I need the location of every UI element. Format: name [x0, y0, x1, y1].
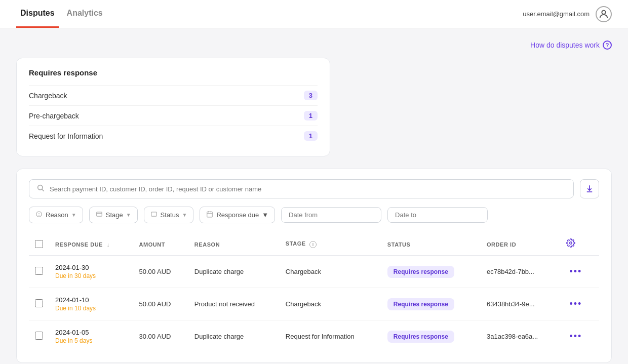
help-icon: ?	[603, 41, 612, 50]
table-row: 2024-01-10 Due in 10 days 50.00 AUD Prod…	[29, 288, 599, 320]
user-avatar[interactable]	[596, 6, 612, 22]
reason-chevron-icon: ▼	[71, 212, 76, 218]
filters-row: Reason ▼ Stage ▼ Status ▼	[29, 207, 599, 223]
help-link[interactable]: How do disputes work ?	[530, 41, 612, 50]
row-response-due-1: 2024-01-10 Due in 10 days	[49, 288, 133, 320]
row-checkbox-0[interactable]	[35, 267, 43, 275]
more-button-0[interactable]: •••	[566, 265, 585, 278]
svg-point-5	[39, 215, 40, 216]
search-icon	[36, 184, 45, 194]
status-filter-label: Status	[161, 211, 179, 219]
svg-rect-9	[207, 212, 213, 217]
row-more-2[interactable]: •••	[560, 320, 599, 353]
summary-label-prechargeback: Pre-chargeback	[29, 112, 79, 120]
row-amount-2: 30.00 AUD	[133, 320, 188, 353]
summary-label-rfi: Request for Information	[29, 132, 103, 140]
row-order-id-1: 63438hb34-9e...	[481, 288, 560, 320]
row-status-0: Requires response	[381, 256, 481, 288]
row-stage-0: Chargeback	[280, 256, 381, 288]
th-amount: Amount	[133, 233, 188, 256]
svg-line-2	[42, 189, 44, 191]
row-status-2: Requires response	[381, 320, 481, 353]
reason-filter[interactable]: Reason ▼	[29, 207, 83, 223]
row-order-id-2: 3a1ac398-ea6a...	[481, 320, 560, 353]
th-settings[interactable]	[560, 233, 599, 256]
reason-filter-label: Reason	[46, 211, 68, 219]
row-stage-2: Request for Information	[280, 320, 381, 353]
th-status: Status	[381, 233, 481, 256]
user-email: user.email@gmail.com	[523, 10, 590, 18]
response-due-label: Response due	[216, 211, 259, 219]
summary-label-chargeback: Chargeback	[29, 92, 67, 100]
date-to-input[interactable]	[387, 207, 488, 223]
disputes-table: Response Due ↓ Amount Reason Stage i Sta…	[29, 233, 599, 352]
svg-point-13	[570, 242, 572, 245]
date-from-input[interactable]	[281, 207, 381, 223]
calendar-icon	[206, 211, 213, 219]
status-filter[interactable]: Status ▼	[144, 207, 194, 223]
row-more-0[interactable]: •••	[560, 256, 599, 288]
response-due-chevron-icon: ▼	[262, 211, 268, 219]
page-content: How do disputes work ? Requires response…	[0, 28, 628, 364]
row-checkbox-1[interactable]	[35, 299, 43, 307]
th-order-id: Order ID	[481, 233, 560, 256]
tab-analytics[interactable]: Analytics	[63, 0, 107, 28]
more-button-1[interactable]: •••	[566, 298, 585, 310]
reason-filter-icon	[35, 211, 43, 219]
summary-badge-chargeback: 3	[304, 91, 318, 100]
summary-row-chargeback[interactable]: Chargeback 3	[29, 85, 318, 105]
row-response-due-2: 2024-01-05 Due in 5 days	[49, 320, 133, 353]
th-response-due[interactable]: Response Due ↓	[49, 233, 133, 256]
help-row: How do disputes work ?	[16, 41, 612, 50]
status-filter-icon	[150, 211, 158, 219]
stage-info-icon[interactable]: i	[309, 241, 317, 248]
row-reason-1: Product not received	[188, 288, 280, 320]
row-response-due-0: 2024-01-30 Due in 30 days	[49, 256, 133, 288]
row-checkbox-cell-2[interactable]	[29, 320, 49, 353]
select-all-checkbox[interactable]	[35, 240, 43, 248]
summary-row-rfi[interactable]: Request for Information 1	[29, 126, 318, 146]
tab-disputes[interactable]: Disputes	[16, 0, 59, 28]
stage-filter-label: Stage	[106, 211, 123, 219]
row-checkbox-cell-1[interactable]	[29, 288, 49, 320]
search-input[interactable]	[50, 185, 566, 193]
th-select-all[interactable]	[29, 233, 49, 256]
summary-card: Requires response Chargeback 3 Pre-charg…	[16, 58, 330, 156]
stage-filter[interactable]: Stage ▼	[89, 207, 138, 223]
th-reason: Reason	[188, 233, 280, 256]
row-checkbox-cell-0[interactable]	[29, 256, 49, 288]
table-row: 2024-01-05 Due in 5 days 30.00 AUD Dupli…	[29, 320, 599, 353]
svg-rect-6	[96, 212, 102, 216]
row-stage-1: Chargeback	[280, 288, 381, 320]
more-button-2[interactable]: •••	[566, 330, 585, 343]
nav-right: user.email@gmail.com	[523, 6, 612, 22]
summary-badge-rfi: 1	[304, 131, 318, 141]
row-amount-0: 50.00 AUD	[133, 256, 188, 288]
row-order-id-0: ec78b42d-7bb...	[481, 256, 560, 288]
table-card: Reason ▼ Stage ▼ Status ▼	[16, 169, 612, 363]
sort-icon: ↓	[107, 241, 110, 248]
summary-title: Requires response	[29, 68, 318, 77]
help-link-label: How do disputes work	[530, 41, 600, 49]
row-reason-2: Duplicate charge	[188, 320, 280, 353]
th-stage: Stage i	[280, 233, 381, 256]
nav-tabs: Disputes Analytics	[16, 0, 107, 28]
top-navigation: Disputes Analytics user.email@gmail.com	[0, 0, 628, 28]
row-more-1[interactable]: •••	[560, 288, 599, 320]
row-status-1: Requires response	[381, 288, 481, 320]
status-chevron-icon: ▼	[182, 212, 187, 218]
svg-point-0	[602, 10, 605, 14]
svg-rect-8	[151, 212, 156, 216]
row-amount-1: 50.00 AUD	[133, 288, 188, 320]
settings-icon[interactable]	[566, 239, 575, 250]
response-due-filter[interactable]: Response due ▼	[200, 207, 275, 223]
search-row	[29, 179, 599, 198]
download-button[interactable]	[580, 179, 599, 198]
svg-point-1	[38, 185, 43, 190]
stage-filter-icon	[96, 211, 103, 219]
stage-chevron-icon: ▼	[126, 212, 131, 218]
row-checkbox-2[interactable]	[35, 332, 43, 340]
summary-badge-prechargeback: 1	[304, 111, 318, 120]
table-row: 2024-01-30 Due in 30 days 50.00 AUD Dupl…	[29, 256, 599, 288]
summary-row-prechargeback[interactable]: Pre-chargeback 1	[29, 105, 318, 126]
